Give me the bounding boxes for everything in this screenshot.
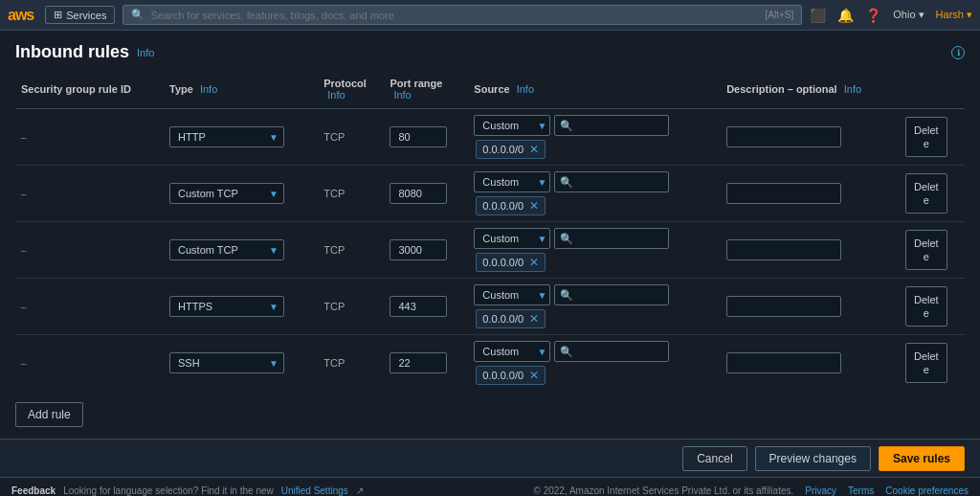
type-select-wrap-4: HTTPCustom TCPHTTPSSSHAll TCPAll UDPAll …: [169, 352, 284, 373]
privacy-link[interactable]: Privacy: [805, 485, 836, 496]
source-inner-3: CustomAnywhere-IPv4Anywhere-IPv6My IP ▼ …: [474, 284, 715, 328]
source-select-0[interactable]: CustomAnywhere-IPv4Anywhere-IPv6My IP: [474, 115, 550, 136]
type-cell-3: HTTPCustom TCPHTTPSSSHAll TCPAll UDPAll …: [164, 279, 318, 335]
cookie-preferences-link[interactable]: Cookie preferences: [885, 485, 969, 496]
source-info-link[interactable]: Info: [517, 83, 534, 95]
save-rules-button[interactable]: Save rules: [879, 446, 965, 471]
cidr-remove-3[interactable]: ✕: [529, 312, 539, 326]
port-input-1[interactable]: [390, 183, 447, 204]
rule-id-cell-3: –: [15, 279, 164, 335]
source-input-0[interactable]: [554, 115, 669, 136]
rule-id-cell-1: –: [15, 166, 164, 222]
col-header-protocol: Protocol Info: [318, 74, 384, 109]
cidr-remove-0[interactable]: ✕: [529, 143, 539, 156]
protocol-cell-2: TCP: [318, 222, 384, 279]
bell-icon[interactable]: 🔔: [837, 8, 854, 23]
source-cell-4: CustomAnywhere-IPv4Anywhere-IPv6My IP ▼ …: [468, 335, 721, 392]
source-select-1[interactable]: CustomAnywhere-IPv4Anywhere-IPv6My IP: [474, 171, 550, 192]
region-selector[interactable]: Ohio ▾: [893, 9, 924, 21]
col-header-rule-id: Security group rule ID: [15, 74, 164, 109]
source-input-2[interactable]: [554, 228, 669, 249]
cidr-value-0: 0.0.0.0/0: [482, 144, 523, 155]
desc-input-0[interactable]: [726, 126, 841, 147]
desc-info-link[interactable]: Info: [844, 83, 861, 95]
delete-button-2[interactable]: Delete: [905, 230, 947, 271]
search-shortcut: [Alt+S]: [766, 10, 794, 20]
type-info-link[interactable]: Info: [200, 83, 217, 95]
cidr-remove-1[interactable]: ✕: [529, 199, 539, 213]
preview-changes-button[interactable]: Preview changes: [755, 446, 871, 471]
inbound-rules-info-link[interactable]: Info: [137, 47, 154, 58]
rule-id-cell-2: –: [15, 222, 164, 279]
col-header-port: Port range Info: [384, 74, 468, 109]
search-bar[interactable]: 🔍 [Alt+S]: [122, 5, 802, 25]
source-inner-4: CustomAnywhere-IPv4Anywhere-IPv6My IP ▼ …: [474, 341, 715, 385]
cidr-row-3: 0.0.0.0/0 ✕: [474, 309, 715, 328]
page-title-row: Inbound rules Info ℹ: [15, 42, 965, 62]
port-cell-2: [384, 222, 468, 279]
source-inner-1: CustomAnywhere-IPv4Anywhere-IPv6My IP ▼ …: [474, 171, 715, 215]
cancel-button[interactable]: Cancel: [682, 446, 746, 471]
aws-logo: aws: [8, 7, 33, 24]
col-header-description: Description – optional Info: [721, 74, 900, 109]
desc-input-1[interactable]: [726, 183, 841, 204]
delete-cell-4: Delete: [900, 335, 965, 392]
source-input-3[interactable]: [554, 284, 669, 305]
source-input-wrap-0: 🔍: [554, 115, 669, 136]
type-select-1[interactable]: HTTPCustom TCPHTTPSSSHAll TCPAll UDPAll …: [169, 183, 284, 204]
source-cell-1: CustomAnywhere-IPv4Anywhere-IPv6My IP ▼ …: [468, 166, 721, 222]
source-inner-2: CustomAnywhere-IPv4Anywhere-IPv6My IP ▼ …: [474, 228, 715, 272]
col-header-type: Type Info: [164, 74, 318, 109]
source-select-4[interactable]: CustomAnywhere-IPv4Anywhere-IPv6My IP: [474, 341, 550, 362]
source-input-1[interactable]: [554, 171, 669, 192]
port-input-2[interactable]: [390, 239, 447, 260]
type-select-3[interactable]: HTTPCustom TCPHTTPSSSHAll TCPAll UDPAll …: [169, 296, 284, 317]
add-rule-button[interactable]: Add rule: [15, 402, 83, 427]
search-icon: 🔍: [131, 9, 145, 21]
desc-cell-1: [721, 166, 900, 222]
type-cell-2: HTTPCustom TCPHTTPSSSHAll TCPAll UDPAll …: [164, 222, 318, 279]
source-input-4[interactable]: [554, 341, 669, 362]
delete-button-3[interactable]: Delete: [905, 286, 947, 327]
source-select-wrap-4: CustomAnywhere-IPv4Anywhere-IPv6My IP ▼: [474, 341, 550, 362]
type-select-0[interactable]: HTTPCustom TCPHTTPSSSHAll TCPAll UDPAll …: [169, 126, 284, 147]
protocol-info-link[interactable]: Info: [327, 89, 345, 101]
type-select-2[interactable]: HTTPCustom TCPHTTPSSSHAll TCPAll UDPAll …: [169, 239, 284, 260]
help-icon[interactable]: ❓: [865, 8, 881, 23]
source-cell-3: CustomAnywhere-IPv4Anywhere-IPv6My IP ▼ …: [468, 279, 721, 335]
port-info-link[interactable]: Info: [393, 89, 411, 101]
cidr-remove-4[interactable]: ✕: [529, 369, 539, 382]
page-help-icon[interactable]: ℹ: [951, 46, 965, 59]
cidr-value-3: 0.0.0.0/0: [482, 313, 523, 325]
desc-input-3[interactable]: [726, 296, 841, 317]
unified-settings-link[interactable]: Unified Settings: [281, 485, 348, 496]
port-input-0[interactable]: [390, 126, 447, 147]
feedback-link[interactable]: Feedback: [11, 485, 56, 496]
source-select-wrap-1: CustomAnywhere-IPv4Anywhere-IPv6My IP ▼: [474, 171, 550, 192]
user-menu[interactable]: Harsh ▾: [936, 9, 972, 21]
port-input-3[interactable]: [390, 296, 447, 317]
desc-input-4[interactable]: [726, 352, 841, 373]
port-input-4[interactable]: [390, 352, 447, 373]
delete-button-1[interactable]: Delete: [905, 173, 947, 214]
col-header-source: Source Info: [468, 74, 721, 109]
type-select-wrap-2: HTTPCustom TCPHTTPSSSHAll TCPAll UDPAll …: [169, 239, 284, 260]
cidr-remove-2[interactable]: ✕: [529, 256, 539, 269]
services-button[interactable]: ⊞ Services: [45, 6, 115, 24]
top-navigation: aws ⊞ Services 🔍 [Alt+S] ⬛ 🔔 ❓ Ohio ▾ Ha…: [0, 0, 980, 31]
protocol-cell-1: TCP: [318, 166, 384, 222]
source-select-3[interactable]: CustomAnywhere-IPv4Anywhere-IPv6My IP: [474, 284, 550, 305]
delete-button-0[interactable]: Delete: [905, 117, 947, 158]
desc-input-2[interactable]: [726, 239, 841, 260]
type-select-4[interactable]: HTTPCustom TCPHTTPSSSHAll TCPAll UDPAll …: [169, 352, 284, 373]
type-cell-1: HTTPCustom TCPHTTPSSSHAll TCPAll UDPAll …: [164, 166, 318, 222]
type-cell-4: HTTPCustom TCPHTTPSSSHAll TCPAll UDPAll …: [164, 335, 318, 392]
type-select-wrap-0: HTTPCustom TCPHTTPSSSHAll TCPAll UDPAll …: [169, 126, 284, 147]
cidr-tag-2: 0.0.0.0/0 ✕: [476, 253, 546, 272]
terms-link[interactable]: Terms: [848, 485, 874, 496]
cloud-icon[interactable]: ⬛: [810, 8, 826, 23]
search-input[interactable]: [150, 10, 759, 21]
source-select-2[interactable]: CustomAnywhere-IPv4Anywhere-IPv6My IP: [474, 228, 550, 249]
delete-button-4[interactable]: Delete: [905, 343, 947, 384]
table-row: – HTTPCustom TCPHTTPSSSHAll TCPAll UDPAl…: [15, 222, 965, 279]
